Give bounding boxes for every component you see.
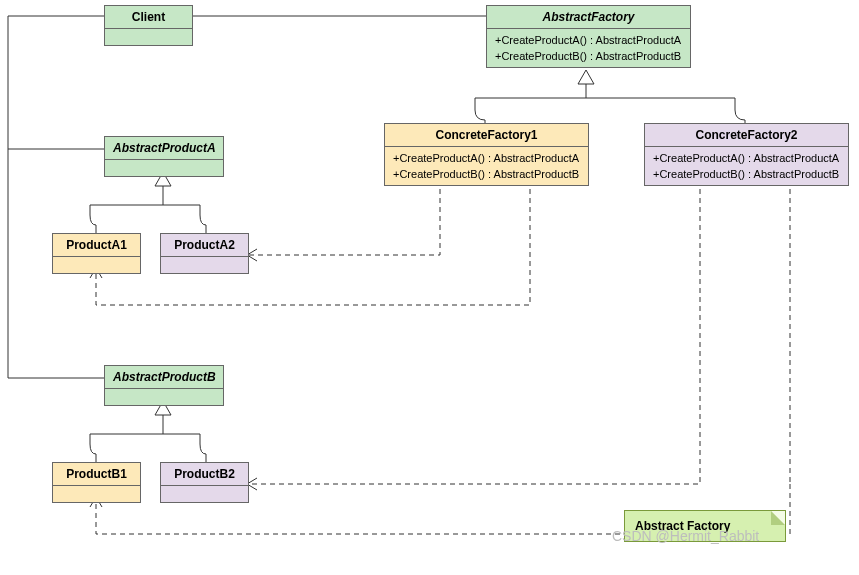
class-name: ProductA1 xyxy=(53,234,140,257)
class-name: ConcreteFactory1 xyxy=(385,124,588,147)
class-concrete-factory-2: ConcreteFactory2 +CreateProductA() : Abs… xyxy=(644,123,849,186)
method: +CreateProductB() : AbstractProductB xyxy=(495,48,682,64)
class-name: ProductA2 xyxy=(161,234,248,257)
uml-canvas: Client AbstractFactory +CreateProductA()… xyxy=(0,0,859,575)
class-body: +CreateProductA() : AbstractProductA +Cr… xyxy=(487,29,690,67)
class-abstract-product-a: AbstractProductA xyxy=(104,136,224,177)
watermark-text: CSDN @Hermit_Rabbit xyxy=(612,528,759,544)
class-body: +CreateProductA() : AbstractProductA +Cr… xyxy=(645,147,848,185)
class-body xyxy=(105,29,192,45)
class-name: ConcreteFactory2 xyxy=(645,124,848,147)
class-name: ProductB2 xyxy=(161,463,248,486)
class-body xyxy=(53,486,140,502)
method: +CreateProductA() : AbstractProductA xyxy=(495,32,682,48)
class-body: +CreateProductA() : AbstractProductA +Cr… xyxy=(385,147,588,185)
class-product-b2: ProductB2 xyxy=(160,462,249,503)
method: +CreateProductA() : AbstractProductA xyxy=(393,150,580,166)
method: +CreateProductB() : AbstractProductB xyxy=(653,166,840,182)
class-body xyxy=(53,257,140,273)
svg-marker-0 xyxy=(578,70,594,84)
class-name: AbstractProductA xyxy=(105,137,223,160)
class-name: ProductB1 xyxy=(53,463,140,486)
class-concrete-factory-1: ConcreteFactory1 +CreateProductA() : Abs… xyxy=(384,123,589,186)
class-product-a2: ProductA2 xyxy=(160,233,249,274)
class-abstract-factory: AbstractFactory +CreateProductA() : Abst… xyxy=(486,5,691,68)
class-name: AbstractFactory xyxy=(487,6,690,29)
class-body xyxy=(161,257,248,273)
class-client: Client xyxy=(104,5,193,46)
class-body xyxy=(161,486,248,502)
class-product-b1: ProductB1 xyxy=(52,462,141,503)
class-name: AbstractProductB xyxy=(105,366,223,389)
class-body xyxy=(105,389,223,405)
method: +CreateProductB() : AbstractProductB xyxy=(393,166,580,182)
class-body xyxy=(105,160,223,176)
method: +CreateProductA() : AbstractProductA xyxy=(653,150,840,166)
class-product-a1: ProductA1 xyxy=(52,233,141,274)
class-name: Client xyxy=(105,6,192,29)
class-abstract-product-b: AbstractProductB xyxy=(104,365,224,406)
